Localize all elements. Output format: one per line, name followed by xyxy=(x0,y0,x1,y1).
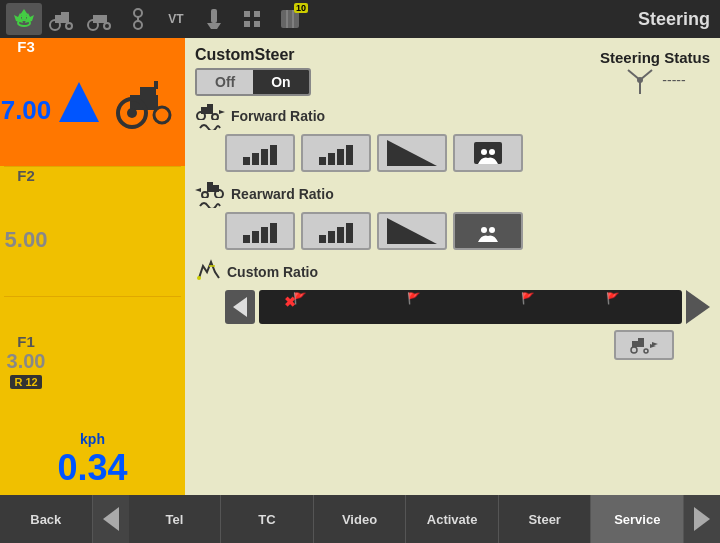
bar-icon-1 xyxy=(243,141,277,165)
svg-rect-15 xyxy=(244,21,250,27)
video-button[interactable]: Video xyxy=(314,495,407,543)
forward-ratio-section: Forward Ratio xyxy=(195,102,710,172)
recycle-icon[interactable] xyxy=(6,3,42,35)
svg-rect-25 xyxy=(154,81,158,89)
on-button[interactable]: On xyxy=(253,70,308,94)
left-panel: F3 7.00 xyxy=(0,38,185,495)
activate-button[interactable]: Activate xyxy=(406,495,499,543)
tractor-icon-2[interactable] xyxy=(82,3,118,35)
custom-ratio-header: Custom Ratio xyxy=(195,258,710,286)
svg-point-3 xyxy=(66,23,72,29)
svg-rect-5 xyxy=(93,15,107,23)
hand-icon xyxy=(470,138,506,168)
chain-icon[interactable] xyxy=(120,3,156,35)
forward-move-btn[interactable] xyxy=(614,330,674,360)
svg-point-36 xyxy=(481,149,487,155)
speed-value: 0.34 xyxy=(57,447,127,489)
custom-steer-title: CustomSteer xyxy=(195,46,295,64)
forward-ratio-btn-1[interactable] xyxy=(225,134,295,172)
service-button[interactable]: Service xyxy=(591,495,684,543)
rearward-ratio-btn-1[interactable] xyxy=(225,212,295,250)
bar-icon-2 xyxy=(319,141,353,165)
rearward-ratio-btn-2[interactable] xyxy=(301,212,371,250)
chevron-right-icon xyxy=(694,507,710,531)
svg-point-50 xyxy=(644,349,648,353)
slider-right-btn[interactable] xyxy=(686,290,710,324)
svg-point-9 xyxy=(134,21,142,29)
forward-ratio-btn-2[interactable] xyxy=(301,134,371,172)
bottom-bar: Back Tel TC Video Activate Steer Service xyxy=(0,495,720,543)
r-badge: R 12 xyxy=(10,375,41,389)
forward-ratio-btn-4[interactable] xyxy=(453,134,523,172)
steering-status-block: Steering Status ----- xyxy=(600,49,710,94)
svg-point-44 xyxy=(489,227,495,233)
tractor-icon[interactable] xyxy=(44,3,80,35)
svg-rect-39 xyxy=(207,182,213,188)
forward-move-icon xyxy=(630,336,658,354)
gear-f3-name: F3 xyxy=(17,38,35,55)
gear-row-f1[interactable]: F1 3.00 R 12 xyxy=(0,297,185,425)
rbar-icon-2 xyxy=(319,219,353,243)
slider-track[interactable]: 🚩 🚩 🚩 🚩 ✖ xyxy=(259,290,682,324)
svg-rect-31 xyxy=(207,104,213,110)
forward-ratio-header: Forward Ratio xyxy=(195,102,710,130)
gear-f1-name: F1 xyxy=(17,333,35,350)
svg-point-49 xyxy=(631,347,637,353)
gear-f2-name: F2 xyxy=(17,167,35,184)
flag-marker-3: 🚩 xyxy=(521,292,535,305)
custom-ratio-title: Custom Ratio xyxy=(227,264,318,280)
forward-ratio-btn-3[interactable] xyxy=(377,134,447,172)
svg-marker-12 xyxy=(207,23,221,29)
rearward-ratio-btn-3[interactable] xyxy=(377,212,447,250)
tc-button[interactable]: TC xyxy=(221,495,314,543)
forward-ratio-buttons xyxy=(225,134,710,172)
steering-wheel-icon xyxy=(624,66,656,94)
rbar-icon-1 xyxy=(243,219,277,243)
svg-point-45 xyxy=(197,276,201,280)
bottom-left-arrow[interactable] xyxy=(93,495,129,543)
slider-left-btn[interactable] xyxy=(225,290,255,324)
svg-rect-21 xyxy=(140,87,156,99)
flag-marker-4: 🚩 xyxy=(606,292,620,305)
gear-row-f3[interactable]: F3 7.00 xyxy=(0,38,185,166)
svg-rect-16 xyxy=(254,21,260,27)
rearward-tractor-icon xyxy=(195,180,225,198)
rearward-ratio-title: Rearward Ratio xyxy=(231,186,334,202)
map-icon[interactable]: 10 xyxy=(272,3,308,35)
svg-rect-4 xyxy=(61,12,69,18)
steer-button[interactable]: Steer xyxy=(499,495,592,543)
custom-steer-block: CustomSteer Off On xyxy=(195,46,311,96)
gear-f3-value: 7.00 xyxy=(1,55,52,166)
rearward-ratio-btn-4[interactable] xyxy=(453,212,523,250)
svg-marker-34 xyxy=(219,110,225,114)
tel-button[interactable]: Tel xyxy=(129,495,222,543)
gear-row-f2[interactable]: F2 5.00 xyxy=(0,167,185,295)
rearward-ratio-subicon xyxy=(198,198,222,208)
x-marker: ✖ xyxy=(284,294,296,310)
svg-point-29 xyxy=(637,77,643,83)
vt-label[interactable]: VT xyxy=(158,3,194,35)
gear-rows: F3 7.00 xyxy=(0,38,185,425)
custom-ratio-section: Custom Ratio 🚩 🚩 🚩 🚩 ✖ xyxy=(195,258,710,360)
svg-point-0 xyxy=(18,20,30,26)
rearward-ratio-buttons xyxy=(225,212,710,250)
back-button[interactable]: Back xyxy=(0,495,93,543)
top-bar: VT 10 Steering xyxy=(0,0,720,38)
svg-rect-48 xyxy=(638,338,644,343)
gear-f1-value: 3.00 xyxy=(7,350,46,373)
steering-status-title: Steering Status xyxy=(600,49,710,66)
off-button[interactable]: Off xyxy=(197,70,253,94)
svg-marker-52 xyxy=(652,342,658,346)
settings-icon[interactable] xyxy=(234,3,270,35)
svg-rect-13 xyxy=(244,11,250,17)
rearward-ratio-section: Rearward Ratio xyxy=(195,180,710,250)
svg-point-7 xyxy=(104,23,110,29)
left-arrow-icon xyxy=(233,297,247,317)
rhand-icon xyxy=(470,216,506,246)
svg-rect-11 xyxy=(211,9,217,23)
tractor-silhouette xyxy=(110,75,180,130)
forward-ratio-title: Forward Ratio xyxy=(231,108,325,124)
bottom-right-arrow[interactable] xyxy=(684,495,720,543)
wrench-icon[interactable] xyxy=(196,3,232,35)
main-area: CustomSteer Off On Steering Status ----- xyxy=(185,38,720,495)
